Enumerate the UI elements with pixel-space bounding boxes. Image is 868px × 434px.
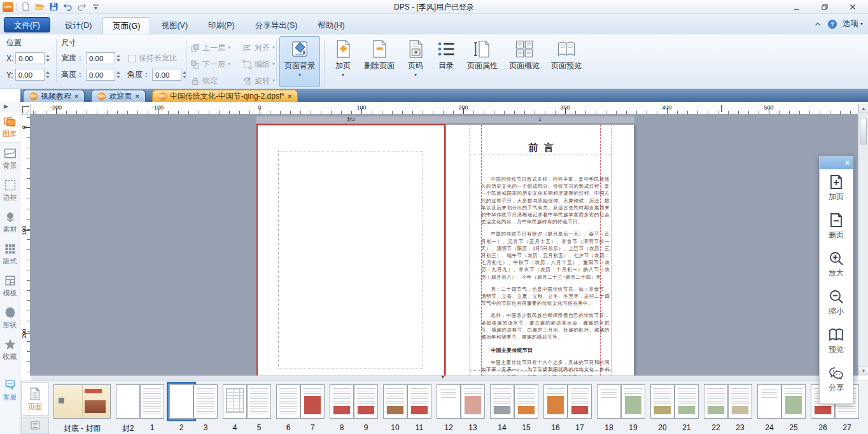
toolbar-dropdown-icon[interactable] xyxy=(90,1,101,12)
close-icon[interactable]: × xyxy=(288,93,291,100)
doc-tab-video-tutorial[interactable]: DPS视频教程× xyxy=(23,90,85,102)
thumbnail-page-19[interactable] xyxy=(621,384,645,419)
panel-item-share[interactable]: 分享 xyxy=(820,360,853,398)
thumbnail-page-15[interactable] xyxy=(514,384,538,419)
right-page-preface[interactable]: 前言 中国的传统节日形式多样，内容丰富，是中华民族悠久的历史文化的一个组成部分。… xyxy=(445,124,634,375)
thumbnail-page-13[interactable] xyxy=(461,384,485,419)
width-stepper[interactable] xyxy=(116,55,120,62)
collapse-ribbon-icon[interactable] xyxy=(813,20,822,29)
options-button[interactable]: 选项 ▾ xyxy=(843,18,863,29)
delete-page-button[interactable]: 删除页面 xyxy=(359,36,400,87)
sidebar-item-border[interactable]: 边框 xyxy=(0,174,20,206)
y-input[interactable] xyxy=(15,69,45,81)
thumbnail-page-6[interactable] xyxy=(276,384,300,419)
menu-tab-share-export[interactable]: 分享导出(S) xyxy=(246,17,307,34)
minimize-button[interactable] xyxy=(783,0,811,13)
page-preview-button[interactable]: 页面预览 xyxy=(546,36,587,87)
thumbnail-page-11[interactable] xyxy=(407,384,431,419)
rotate-button[interactable]: 旋转▾ xyxy=(242,74,283,87)
height-input[interactable] xyxy=(86,69,115,81)
page-canvas[interactable]: 封2 1 前言 中国的传统节日形式多样，内容丰富，是中华民族悠久的历史文化的一个… xyxy=(31,115,858,375)
sidebar-item-layout[interactable]: 版式 xyxy=(0,238,20,270)
horizontal-scroll-strip[interactable]: ▼ xyxy=(31,375,858,381)
undo-icon[interactable] xyxy=(62,1,73,12)
height-stepper[interactable] xyxy=(116,71,120,78)
y-stepper[interactable] xyxy=(46,71,50,78)
thumbnail-page-14[interactable] xyxy=(490,384,514,419)
thumbnail-page-4[interactable] xyxy=(223,384,247,419)
panel-item-panel-delete-page[interactable]: 删页 xyxy=(820,207,853,246)
keep-ratio-checkbox[interactable] xyxy=(128,55,136,62)
angle-input[interactable] xyxy=(152,69,181,81)
panel-item-zoom-in[interactable]: 放大 xyxy=(820,246,853,284)
panel-item-preview[interactable]: 预览 xyxy=(820,322,853,360)
sidebar-item-favorite[interactable]: 收藏 xyxy=(0,333,20,365)
thumbnail-page-25[interactable] xyxy=(781,384,806,419)
panel-item-zoom-out[interactable]: 缩小 xyxy=(820,284,853,322)
placeholder-frame[interactable] xyxy=(278,151,423,368)
sidebar-expand-icon[interactable]: ▶ xyxy=(0,102,20,111)
thumbnail-page-2[interactable] xyxy=(169,384,193,419)
redo-icon[interactable] xyxy=(76,1,87,12)
thumbnail-page-5[interactable] xyxy=(247,384,271,419)
menu-tab-design[interactable]: 设计(D) xyxy=(55,17,101,34)
toc-button[interactable]: 目录 xyxy=(431,36,461,87)
thumbnail-page-9[interactable] xyxy=(354,384,378,419)
thumbnail-page-16[interactable] xyxy=(543,384,568,419)
doc-tab-document[interactable]: DPS中国传统文化-中国节-qing-2.dpsf*× xyxy=(152,90,298,102)
width-input[interactable] xyxy=(86,52,115,64)
menu-tab-file[interactable]: 文件(F) xyxy=(4,17,50,32)
menu-tab-page[interactable]: 页面(G) xyxy=(102,17,150,34)
lock-button[interactable]: 锁定 xyxy=(190,74,239,87)
sidebar-item-background[interactable]: 背景 xyxy=(0,143,20,174)
panel-item-panel-add-page[interactable]: 加页 xyxy=(820,169,853,207)
add-page-button[interactable]: 加页▾ xyxy=(328,36,358,87)
thumbnail-page-7[interactable] xyxy=(300,384,325,419)
page-properties-button[interactable]: 页面属性 xyxy=(462,36,503,87)
pages-alt-view-tab[interactable] xyxy=(21,417,49,434)
page-overview-button[interactable]: 页面概览 xyxy=(504,36,545,87)
thumbnail-page-21[interactable] xyxy=(675,384,699,419)
close-icon[interactable]: × xyxy=(135,93,139,100)
new-doc-icon[interactable] xyxy=(20,1,31,12)
restore-button[interactable] xyxy=(811,0,839,13)
thumbnail-page-3[interactable] xyxy=(193,384,218,419)
thumbnail-page-封2[interactable] xyxy=(116,384,140,419)
close-button[interactable] xyxy=(839,0,867,13)
thumbnail-page-23[interactable] xyxy=(728,384,752,419)
doc-tab-welcome[interactable]: DPS欢迎页× xyxy=(91,90,145,102)
scroll-down-hint-icon[interactable]: ▼ xyxy=(440,375,445,380)
scrollbar-thumb[interactable] xyxy=(860,118,867,144)
group-button[interactable]: 编组▾ xyxy=(242,58,283,71)
scroll-down-button[interactable]: ▼ xyxy=(858,366,868,375)
left-page-selected[interactable] xyxy=(256,124,445,375)
thumbnail-cover[interactable] xyxy=(53,384,111,419)
sidebar-item-material[interactable]: 素材 xyxy=(0,206,20,238)
page-background-button[interactable]: 页面背景▾ xyxy=(279,36,320,87)
pages-tab[interactable]: 页面 xyxy=(21,382,49,416)
thumbnail-page-12[interactable] xyxy=(437,384,461,419)
save-icon[interactable] xyxy=(48,1,59,12)
bring-forward-button[interactable]: 上一层▾ xyxy=(190,41,239,54)
thumbnail-page-18[interactable] xyxy=(597,384,621,419)
thumbnail-page-1[interactable] xyxy=(140,384,164,419)
close-icon[interactable]: × xyxy=(74,93,78,100)
close-icon[interactable]: × xyxy=(845,159,850,167)
menu-tab-view[interactable]: 视图(V) xyxy=(151,17,197,34)
thumbnail-page-17[interactable] xyxy=(568,384,592,419)
menu-tab-print[interactable]: 印刷(P) xyxy=(199,17,244,34)
sidebar-item-shape[interactable]: 形状 xyxy=(0,302,20,333)
thumbnail-page-8[interactable] xyxy=(330,384,354,419)
page-number-button[interactable]: #页码▾ xyxy=(401,36,430,87)
sidebar-item-gallery[interactable]: 图库 xyxy=(0,111,20,143)
x-input[interactable] xyxy=(15,52,45,64)
send-backward-button[interactable]: 下一层▾ xyxy=(190,58,239,71)
scroll-up-button[interactable]: ▲ xyxy=(858,104,868,113)
sidebar-item-service[interactable]: 客服 xyxy=(0,373,20,407)
align-button[interactable]: 对齐▾ xyxy=(242,41,283,54)
sidebar-item-template[interactable]: 模板 xyxy=(0,270,20,302)
vertical-scrollbar[interactable]: ▲ ▼ xyxy=(858,104,868,375)
help-icon[interactable]: ? xyxy=(827,19,837,29)
menu-tab-help[interactable]: 帮助(H) xyxy=(308,17,354,34)
open-folder-icon[interactable] xyxy=(34,1,45,12)
